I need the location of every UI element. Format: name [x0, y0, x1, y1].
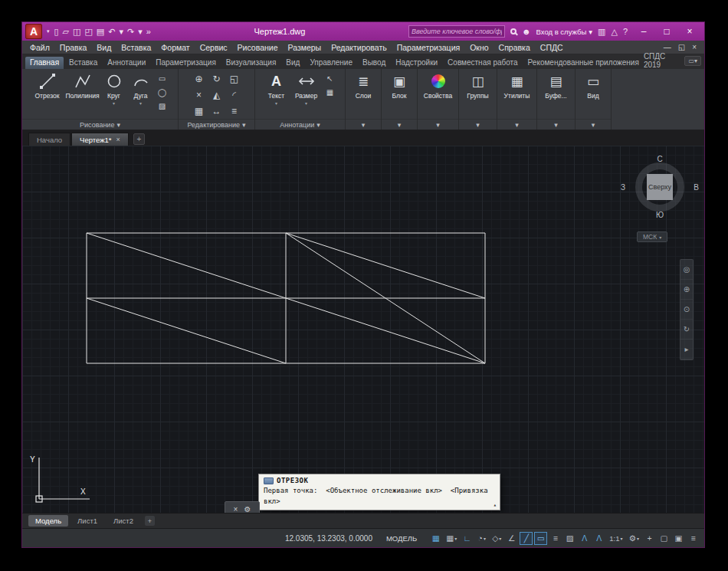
- file-tab-start[interactable]: Начало: [28, 133, 71, 146]
- table-icon[interactable]: ▦: [323, 87, 338, 98]
- lineweight-icon[interactable]: ≡: [549, 532, 562, 545]
- view-panel-footer[interactable]: ▾: [576, 119, 611, 130]
- ribbon-tab[interactable]: Вид: [281, 57, 304, 69]
- snap-mode-icon[interactable]: ▦▾: [444, 532, 459, 545]
- doc-minimize-icon[interactable]: —: [664, 43, 671, 51]
- transparency-icon[interactable]: ▨: [563, 532, 576, 545]
- viewcube[interactable]: Сверху С Ю З В: [631, 158, 689, 216]
- menu-item[interactable]: Файл: [30, 43, 50, 52]
- annotation-panel-footer[interactable]: Аннотации ▾: [255, 119, 345, 130]
- dimension-caret-icon[interactable]: ▾: [305, 100, 307, 106]
- command-tooltip[interactable]: ОТРЕЗОК Первая точка: <Объектное отслежи…: [258, 474, 500, 510]
- clipboard-panel-footer[interactable]: ▾: [537, 119, 575, 130]
- annotation-autoscale-icon[interactable]: Λ: [592, 532, 605, 545]
- menu-item[interactable]: Справка: [499, 43, 530, 52]
- ribbon-tab[interactable]: Управление: [305, 57, 357, 69]
- groups-panel-footer[interactable]: ▾: [459, 119, 497, 130]
- layout-tab-list2[interactable]: Лист2: [107, 515, 140, 527]
- print-icon[interactable]: ▤: [97, 28, 104, 36]
- app-menu-button[interactable]: A: [25, 24, 42, 39]
- menu-item[interactable]: Правка: [60, 43, 87, 52]
- open-file-icon[interactable]: ▱: [63, 28, 69, 36]
- minimize-button[interactable]: –: [632, 23, 655, 40]
- move-icon[interactable]: ⊕: [191, 71, 208, 87]
- save-icon[interactable]: ◫: [73, 28, 80, 36]
- rotate-icon[interactable]: ↻: [208, 71, 225, 87]
- properties-button[interactable]: Свойства: [421, 71, 455, 100]
- ribbon-tab[interactable]: Вставка: [64, 57, 102, 69]
- trim-icon[interactable]: ×: [191, 87, 208, 103]
- menu-item[interactable]: Размеры: [288, 43, 322, 52]
- ribbon-tab[interactable]: Совместная работа: [443, 57, 523, 69]
- block-panel-footer[interactable]: ▾: [382, 119, 417, 130]
- dynamic-input-icon[interactable]: ▭: [534, 532, 547, 545]
- ellipse-icon[interactable]: ◯: [155, 87, 170, 98]
- show-motion-icon[interactable]: ▸: [680, 340, 693, 359]
- viewcube-south-label[interactable]: Ю: [656, 211, 664, 219]
- array-icon[interactable]: ▦: [191, 103, 208, 119]
- file-tab-close-icon[interactable]: ×: [116, 136, 120, 143]
- properties-panel-footer[interactable]: ▾: [418, 119, 458, 130]
- circle-tool-button[interactable]: Круг ▾: [101, 71, 127, 106]
- qat-customize-icon[interactable]: »: [146, 28, 151, 36]
- drawing-line[interactable]: [87, 298, 286, 363]
- polar-tracking-icon[interactable]: ◔▾: [475, 532, 488, 545]
- view-button[interactable]: ▭ Вид: [579, 71, 608, 100]
- menu-item[interactable]: Окно: [470, 43, 488, 52]
- menu-item[interactable]: Параметризация: [397, 43, 461, 52]
- object-snap-icon[interactable]: ╱: [520, 532, 533, 545]
- quick-properties-icon[interactable]: ▢: [657, 532, 671, 545]
- annotation-visibility-icon[interactable]: Λ: [578, 532, 591, 545]
- block-button[interactable]: ▣ Блок: [385, 71, 414, 100]
- menu-item[interactable]: Рисование: [238, 43, 278, 52]
- close-button[interactable]: ×: [678, 23, 701, 40]
- search-input[interactable]: [412, 28, 502, 35]
- drawing-line[interactable]: [286, 233, 485, 298]
- redo-caret-icon[interactable]: ▾: [138, 28, 143, 36]
- mirror-icon[interactable]: ◭: [208, 87, 225, 103]
- rectangle-icon[interactable]: ▭: [155, 73, 170, 84]
- menu-item[interactable]: Вид: [97, 43, 111, 52]
- ribbon-tab[interactable]: Рекомендованные приложения: [523, 57, 644, 69]
- draw-panel-footer[interactable]: Рисование ▾: [22, 119, 178, 130]
- undo-caret-icon[interactable]: ▾: [119, 28, 123, 36]
- menu-item[interactable]: СПДС: [540, 43, 563, 52]
- line-tool-button[interactable]: Отрезок: [31, 71, 64, 100]
- ribbon-tab[interactable]: Параметризация: [151, 57, 221, 69]
- annotation-monitor-icon[interactable]: +: [643, 532, 656, 545]
- app-menu-caret-icon[interactable]: ▾: [47, 28, 50, 34]
- ortho-mode-icon[interactable]: ∟: [461, 532, 474, 545]
- app-store-cart-icon[interactable]: ▥: [598, 28, 605, 36]
- menu-item[interactable]: Сервис: [200, 43, 228, 52]
- layout-tab-list1[interactable]: Лист1: [71, 515, 104, 527]
- arc-tool-button[interactable]: Дуга ▾: [129, 71, 153, 106]
- utilities-panel-footer[interactable]: ▾: [497, 119, 536, 130]
- viewcube-west-label[interactable]: З: [621, 183, 625, 192]
- viewcube-north-label[interactable]: С: [657, 155, 662, 163]
- ribbon-tab[interactable]: Аннотации: [103, 57, 150, 69]
- ribbon-tab[interactable]: Визуализация: [221, 57, 280, 69]
- layers-button[interactable]: ≣ Слои: [349, 71, 378, 100]
- save-as-icon[interactable]: ◰: [84, 28, 92, 36]
- menu-item[interactable]: Вставка: [121, 43, 151, 52]
- file-tab-drawing1[interactable]: Чертеж1* ×: [71, 133, 129, 146]
- ribbon-display-toggle[interactable]: ▭▾: [684, 56, 701, 66]
- hatch-icon[interactable]: ▨: [155, 100, 170, 112]
- undo-icon[interactable]: ↶: [108, 28, 115, 36]
- zoom-icon[interactable]: ⊙: [680, 300, 693, 320]
- fillet-icon[interactable]: ◜: [226, 87, 243, 103]
- arc-caret-icon[interactable]: ▾: [139, 100, 142, 106]
- orbit-icon[interactable]: ↻: [680, 320, 693, 340]
- ribbon-tab[interactable]: Главная: [25, 57, 64, 69]
- model-space-button[interactable]: МОДЕЛЬ: [381, 533, 422, 544]
- notification-icon[interactable]: △: [611, 28, 617, 36]
- redo-icon[interactable]: ↷: [127, 28, 134, 36]
- command-line-close-icon[interactable]: ×: [234, 505, 238, 514]
- viewcube-top-face[interactable]: Сверху: [647, 174, 673, 200]
- workspace-switching-icon[interactable]: ⚙▾: [627, 532, 641, 545]
- dimension-tool-button[interactable]: Размер ▾: [292, 71, 321, 106]
- search-icon[interactable]: [510, 28, 516, 34]
- stretch-icon[interactable]: ↔: [208, 103, 225, 119]
- layers-panel-footer[interactable]: ▾: [346, 119, 381, 130]
- new-layout-button[interactable]: +: [145, 516, 155, 526]
